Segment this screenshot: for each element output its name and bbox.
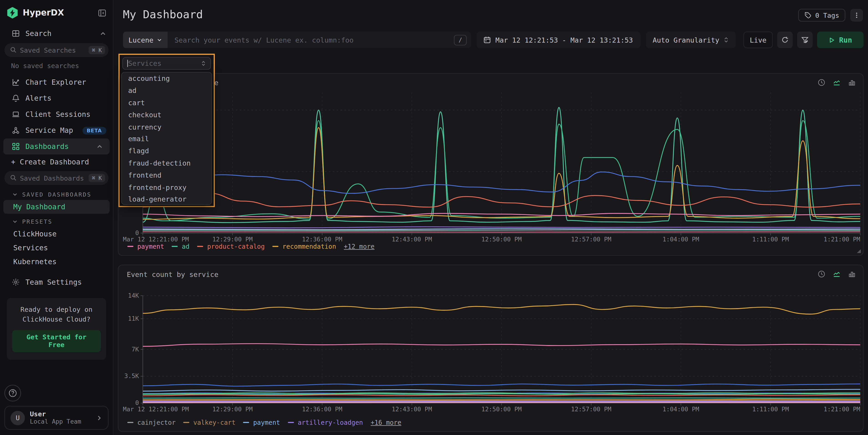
legend-item[interactable]: ad	[172, 243, 189, 250]
chevron-right-icon	[96, 414, 102, 421]
create-dashboard-button[interactable]: + Create Dashboard	[0, 154, 113, 169]
saved-dashboards-search[interactable]: ⌘ K	[4, 171, 108, 185]
svg-text:12:36:00 PM: 12:36:00 PM	[302, 236, 342, 242]
chart-1-legend: payment ad product-catalog	[127, 243, 375, 250]
chart-2-legend: cainjector valkey-cart payment	[127, 418, 401, 426]
query-language-select[interactable]: Lucene	[123, 32, 168, 48]
legend-item[interactable]: payment	[243, 418, 280, 426]
legend-item[interactable]: recommendation	[273, 243, 336, 250]
svg-text:12:43:00 PM: 12:43:00 PM	[392, 236, 432, 242]
refresh-button[interactable]	[777, 32, 793, 48]
legend-item[interactable]: payment	[127, 243, 164, 250]
services-option[interactable]: fraud-detection	[122, 157, 211, 169]
legend-more-link[interactable]: +12 more	[344, 243, 375, 250]
saved-searches-input[interactable]	[20, 46, 85, 54]
more-options-button[interactable]	[850, 9, 863, 22]
main-content: My Dashboard 0 Tags Lucene /	[114, 0, 868, 435]
saved-searches-search[interactable]: ⌘ K	[4, 43, 108, 57]
collapse-sidebar-icon[interactable]	[98, 9, 106, 17]
svg-text:12:50:00 PM: 12:50:00 PM	[482, 406, 522, 413]
preset-item[interactable]: Kubernetes	[0, 255, 113, 269]
legend-more-link[interactable]: +16 more	[371, 418, 401, 426]
services-option[interactable]: email	[122, 133, 211, 145]
services-option[interactable]: checkout	[122, 108, 211, 121]
filter-edit-button[interactable]	[797, 32, 813, 48]
app-root: HyperDX Search ⌘ K No saved searches	[0, 0, 868, 435]
bell-icon	[11, 94, 20, 102]
bar-chart-icon[interactable]	[848, 78, 856, 89]
services-option[interactable]: flagd	[122, 145, 211, 157]
sidebar-item-label: Search	[26, 29, 94, 38]
services-option[interactable]: cart	[122, 97, 211, 108]
user-name: User	[30, 410, 91, 418]
play-icon	[829, 37, 835, 43]
chevron-down-icon	[12, 191, 18, 197]
dashboards-grid-icon	[11, 142, 20, 151]
services-option[interactable]: ad	[122, 85, 211, 97]
svg-text:12:43:00 PM: 12:43:00 PM	[392, 406, 432, 413]
line-chart-icon[interactable]	[833, 78, 841, 89]
sidebar-item-search[interactable]: Search	[0, 26, 113, 42]
resize-handle[interactable]	[857, 249, 861, 253]
create-dashboard-label: + Create Dashboard	[11, 158, 106, 166]
bar-chart-icon[interactable]	[848, 270, 856, 280]
user-menu[interactable]: U User Local App Team	[4, 406, 108, 430]
shortcut-badge: ⌘ K	[89, 46, 105, 54]
svg-text:12:57:00 PM: 12:57:00 PM	[571, 236, 611, 242]
chart-1-plot[interactable]: 0Mar 12 12:21:00 PM12:29:00 PM12:36:00 P…	[122, 89, 864, 242]
event-search-box[interactable]: /	[168, 32, 471, 48]
shortcut-badge: ⌘ K	[89, 174, 105, 182]
presets-section[interactable]: PRESETS	[0, 214, 113, 227]
sidebar-item-my-dashboard[interactable]: My Dashboard	[3, 200, 110, 214]
legend-swatch	[127, 246, 133, 247]
get-started-button[interactable]: Get Started for Free	[12, 330, 101, 352]
help-button[interactable]	[4, 385, 21, 402]
slash-shortcut-badge: /	[454, 35, 467, 45]
chart-2-plot[interactable]: 03.5K7K11K14KMar 12 12:21:00 PM12:29:00 …	[122, 291, 864, 418]
legend-item[interactable]: product-catalog	[197, 243, 265, 250]
services-combobox[interactable]: Services	[122, 57, 211, 70]
legend-swatch	[197, 246, 203, 247]
clock-icon[interactable]	[818, 78, 826, 89]
chart-explorer-icon	[11, 78, 20, 86]
granularity-select[interactable]: Auto Granularity	[646, 32, 736, 48]
clock-icon[interactable]	[818, 270, 826, 280]
legend-item[interactable]: valkey-cart	[183, 418, 236, 426]
services-option[interactable]: load-generator	[122, 193, 211, 205]
run-button[interactable]: Run	[817, 32, 863, 48]
chart-panel-2: Event count by service 03.5K7K11K14KMar …	[118, 265, 864, 432]
preset-item[interactable]: Services	[0, 241, 113, 255]
live-button[interactable]: Live	[743, 32, 773, 48]
saved-dashboards-section[interactable]: SAVED DASHBOARDS	[0, 187, 113, 200]
svg-text:12:50:00 PM: 12:50:00 PM	[482, 236, 522, 242]
saved-dashboards-input[interactable]	[20, 174, 85, 182]
services-option[interactable]: frontend-proxy	[122, 181, 211, 193]
sidebar-item-chart-explorer[interactable]: Chart Explorer	[0, 74, 113, 90]
user-team: Local App Team	[30, 418, 91, 425]
sidebar-item-dashboards[interactable]: Dashboards	[3, 138, 110, 155]
beta-badge: BETA	[82, 127, 106, 134]
sidebar-item-team-settings[interactable]: Team Settings	[0, 274, 113, 290]
services-option-list: accounting ad cart checkout	[121, 72, 212, 205]
service-map-icon	[11, 126, 20, 134]
svg-text:1:04:00 PM: 1:04:00 PM	[662, 236, 699, 242]
services-option[interactable]: frontend	[122, 169, 211, 181]
table-icon	[11, 29, 20, 38]
services-option[interactable]: currency	[122, 121, 211, 133]
chart-panel-1: Event count by service 0Mar 12 12:21:00 …	[118, 73, 864, 256]
event-search-input[interactable]	[175, 36, 450, 44]
line-chart-icon[interactable]	[833, 270, 841, 280]
time-range-picker[interactable]: Mar 12 12:21:53 - Mar 12 13:21:53	[476, 32, 641, 48]
text-caret	[127, 60, 127, 67]
preset-item[interactable]: ClickHouse	[0, 227, 113, 241]
chevron-down-icon	[12, 219, 18, 224]
sidebar-item-service-map[interactable]: Service Map BETA	[0, 122, 113, 138]
services-placeholder: Services	[128, 59, 200, 67]
services-option[interactable]: accounting	[122, 72, 211, 85]
sidebar-item-alerts[interactable]: Alerts	[0, 90, 113, 106]
legend-item[interactable]: artillery-loadgen	[288, 418, 363, 426]
sidebar-item-client-sessions[interactable]: Client Sessions	[0, 106, 113, 123]
svg-text:Mar 12 12:21:00 PM: Mar 12 12:21:00 PM	[123, 236, 189, 242]
legend-item[interactable]: cainjector	[127, 418, 176, 426]
tags-button[interactable]: 0 Tags	[798, 9, 845, 22]
